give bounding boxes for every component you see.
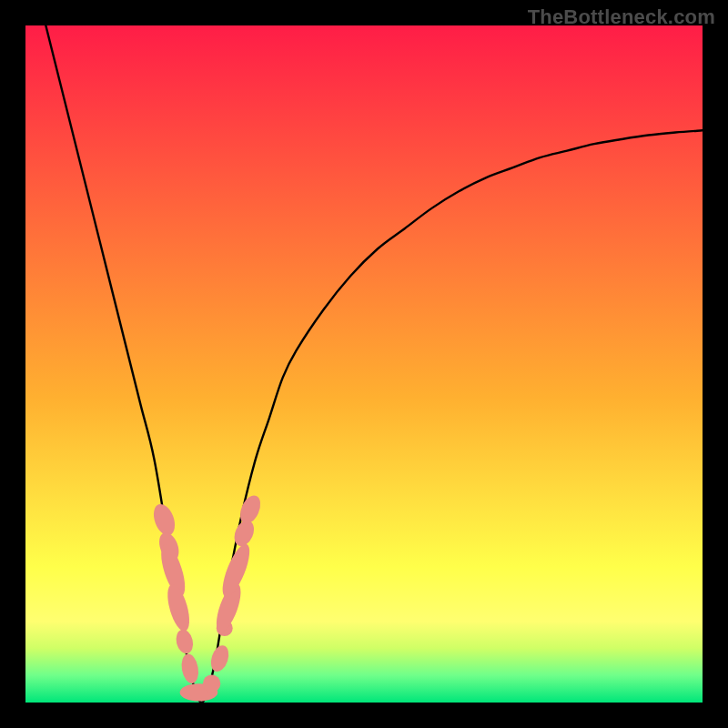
chart-frame: TheBottleneck.com	[0, 0, 728, 728]
gradient-background	[25, 25, 703, 703]
watermark-text: TheBottleneck.com	[528, 5, 715, 29]
chart-svg	[25, 25, 703, 703]
plot-area	[25, 25, 703, 703]
curve-marker	[203, 675, 220, 693]
